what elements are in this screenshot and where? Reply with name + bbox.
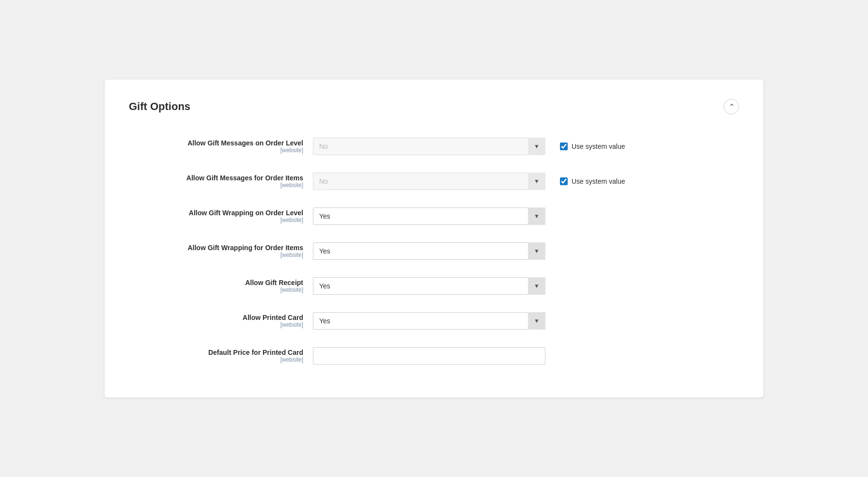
panel-title: Gift Options — [129, 100, 190, 113]
field-label-gift-messages-order-level: Allow Gift Messages on Order Level — [129, 139, 303, 147]
label-col-gift-receipt: Allow Gift Receipt[website] — [129, 279, 313, 293]
field-scope-gift-receipt: [website] — [129, 286, 303, 293]
field-scope-gift-messages-order-level: [website] — [129, 147, 303, 154]
form-row: Allow Gift Receipt[website]NoYes▼ — [129, 269, 739, 303]
panel-header: Gift Options ⌃ — [129, 99, 739, 114]
gift-messages-order-level-select: NoYes — [313, 138, 545, 155]
field-scope-default-price-printed-card: [website] — [129, 356, 303, 363]
control-col-default-price-printed-card — [313, 347, 545, 365]
form-row: Allow Gift Messages for Order Items[webs… — [129, 164, 739, 199]
gift-wrapping-order-level-select[interactable]: NoYes — [313, 207, 545, 225]
control-col-gift-messages-order-level: NoYes▼ — [313, 138, 545, 155]
field-label-printed-card: Allow Printed Card — [129, 314, 303, 321]
label-col-gift-wrapping-order-level: Allow Gift Wrapping on Order Level[websi… — [129, 209, 313, 223]
select-wrapper-gift-wrapping-order-items: NoYes▼ — [313, 242, 545, 260]
control-col-printed-card: NoYes▼ — [313, 312, 545, 330]
field-label-default-price-printed-card: Default Price for Printed Card — [129, 349, 303, 356]
system-value-checkbox-gift-messages-order-level[interactable] — [560, 143, 568, 150]
gift-wrapping-order-items-select[interactable]: NoYes — [313, 242, 545, 260]
label-col-default-price-printed-card: Default Price for Printed Card[website] — [129, 349, 313, 363]
form-row: Allow Gift Messages on Order Level[websi… — [129, 129, 739, 164]
control-col-gift-wrapping-order-level: NoYes▼ — [313, 207, 545, 225]
gift-messages-order-items-select: NoYes — [313, 173, 545, 190]
system-value-label-gift-messages-order-items: Use system value — [572, 177, 625, 185]
field-label-gift-wrapping-order-level: Allow Gift Wrapping on Order Level — [129, 209, 303, 217]
system-value-checkbox-gift-messages-order-items[interactable] — [560, 177, 568, 185]
default-price-printed-card-input[interactable] — [313, 347, 545, 365]
field-scope-printed-card: [website] — [129, 321, 303, 328]
select-wrapper-printed-card: NoYes▼ — [313, 312, 545, 330]
field-scope-gift-wrapping-order-level: [website] — [129, 217, 303, 223]
control-col-gift-messages-order-items: NoYes▼ — [313, 173, 545, 190]
field-label-gift-receipt: Allow Gift Receipt — [129, 279, 303, 286]
select-wrapper-gift-receipt: NoYes▼ — [313, 277, 545, 295]
select-wrapper-gift-messages-order-items: NoYes▼ — [313, 173, 545, 190]
label-col-gift-messages-order-items: Allow Gift Messages for Order Items[webs… — [129, 174, 313, 189]
field-scope-gift-messages-order-items: [website] — [129, 182, 303, 189]
form-section: Allow Gift Messages on Order Level[websi… — [129, 129, 739, 373]
form-row: Allow Gift Wrapping for Order Items[webs… — [129, 234, 739, 269]
field-label-gift-messages-order-items: Allow Gift Messages for Order Items — [129, 174, 303, 182]
control-col-gift-wrapping-order-items: NoYes▼ — [313, 242, 545, 260]
select-wrapper-gift-wrapping-order-level: NoYes▼ — [313, 207, 545, 225]
collapse-button[interactable]: ⌃ — [724, 99, 739, 114]
system-value-label-gift-messages-order-level: Use system value — [572, 143, 625, 150]
field-scope-gift-wrapping-order-items: [website] — [129, 252, 303, 258]
gift-receipt-select[interactable]: NoYes — [313, 277, 545, 295]
label-col-gift-wrapping-order-items: Allow Gift Wrapping for Order Items[webs… — [129, 244, 313, 258]
printed-card-select[interactable]: NoYes — [313, 312, 545, 330]
control-col-gift-receipt: NoYes▼ — [313, 277, 545, 295]
collapse-icon: ⌃ — [728, 102, 735, 111]
system-value-col-gift-messages-order-items: Use system value — [560, 177, 625, 185]
select-wrapper-gift-messages-order-level: NoYes▼ — [313, 138, 545, 155]
system-value-col-gift-messages-order-level: Use system value — [560, 143, 625, 150]
field-label-gift-wrapping-order-items: Allow Gift Wrapping for Order Items — [129, 244, 303, 252]
form-row: Allow Gift Wrapping on Order Level[websi… — [129, 199, 739, 234]
form-row: Default Price for Printed Card[website] — [129, 338, 739, 373]
label-col-printed-card: Allow Printed Card[website] — [129, 314, 313, 328]
gift-options-panel: Gift Options ⌃ Allow Gift Messages on Or… — [105, 80, 763, 398]
label-col-gift-messages-order-level: Allow Gift Messages on Order Level[websi… — [129, 139, 313, 154]
form-row: Allow Printed Card[website]NoYes▼ — [129, 303, 739, 338]
